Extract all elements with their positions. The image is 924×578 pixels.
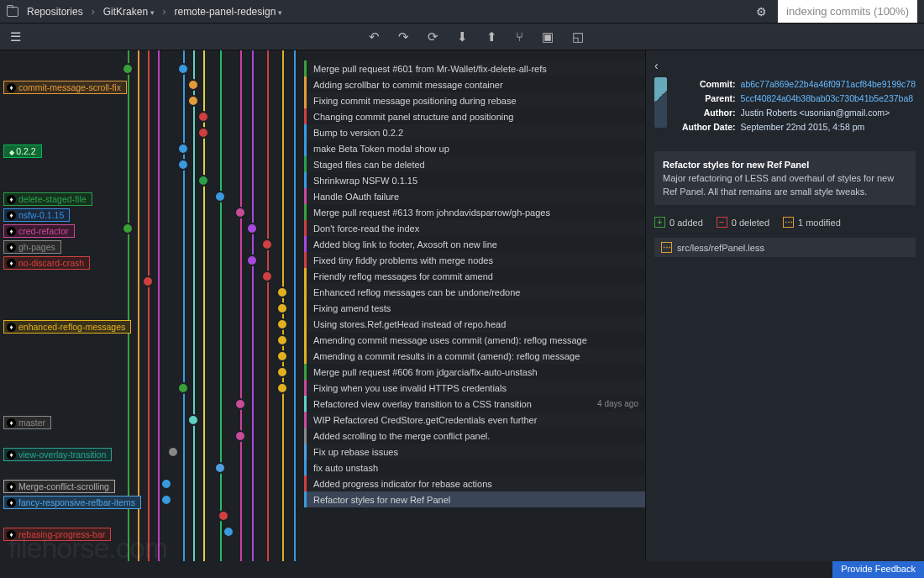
feedback-button[interactable]: Provide Feedback bbox=[832, 561, 924, 578]
undo-icon[interactable]: ↶ bbox=[369, 29, 380, 45]
commit-summary: Enhanced reflog messages can be undone/r… bbox=[313, 287, 520, 297]
commit-row[interactable]: Merge pull request #601 from Mr-Wallet/f… bbox=[304, 60, 645, 76]
lane bbox=[252, 50, 254, 561]
commit-node[interactable] bbox=[177, 63, 189, 75]
commit-node[interactable] bbox=[261, 239, 273, 250]
commit-node[interactable] bbox=[197, 127, 209, 139]
commit-node[interactable] bbox=[261, 271, 273, 282]
breadcrumb-product[interactable]: GitKraken bbox=[100, 4, 158, 19]
commit-node[interactable] bbox=[177, 159, 189, 171]
commit-node[interactable] bbox=[234, 430, 246, 442]
commit-row[interactable]: Shrinkwrap NSFW 0.1.15 bbox=[304, 172, 645, 188]
branch-label[interactable]: ♦no-discard-crash bbox=[3, 256, 90, 270]
commit-node[interactable] bbox=[276, 382, 288, 394]
commit-row[interactable]: Fixed tiny fiddly problems with merge no… bbox=[304, 252, 645, 268]
branch-label[interactable]: ♦master bbox=[3, 416, 51, 429]
branch-label[interactable]: ♦gh-pages bbox=[3, 240, 61, 254]
branch-icon[interactable]: ⑂ bbox=[516, 29, 523, 45]
commit-row[interactable]: Amending commit message uses commit (ame… bbox=[304, 332, 645, 348]
commit-node[interactable] bbox=[197, 175, 209, 187]
commit-row[interactable]: fix auto unstash bbox=[304, 460, 645, 476]
commit-row[interactable]: Friendly reflog messages for commit amen… bbox=[304, 268, 645, 284]
commit-row[interactable]: Don't force-read the index bbox=[304, 220, 645, 236]
commit-row[interactable]: Added progress indicator for rebase acti… bbox=[304, 476, 645, 491]
breadcrumb-branch[interactable]: remote-panel-redesign bbox=[171, 4, 286, 19]
commit-row[interactable]: Fixing when you use invalid HTTPS creden… bbox=[304, 380, 645, 396]
commit-node[interactable] bbox=[276, 334, 288, 346]
redo-icon[interactable]: ↷ bbox=[398, 29, 409, 45]
commit-node[interactable] bbox=[234, 207, 246, 218]
commit-node[interactable] bbox=[276, 350, 288, 362]
meta-label: Parent: bbox=[675, 92, 741, 106]
commit-node[interactable] bbox=[214, 462, 226, 474]
commit-node[interactable] bbox=[234, 398, 246, 410]
commit-row[interactable]: Staged files can be deleted bbox=[304, 156, 645, 172]
settings-icon[interactable]: ⚙ bbox=[756, 5, 769, 18]
commit-node[interactable] bbox=[276, 366, 288, 378]
commit-row[interactable]: Using stores.Ref.getHead instead of repo… bbox=[304, 316, 645, 332]
commit-row[interactable]: Bump to version 0.2.2 bbox=[304, 124, 645, 140]
commit-node[interactable] bbox=[142, 276, 154, 287]
commit-node[interactable] bbox=[218, 510, 229, 522]
commit-row[interactable]: Enhanced reflog messages can be undone/r… bbox=[304, 284, 645, 300]
branch-label[interactable]: ♦view-overlay-transition bbox=[3, 448, 112, 461]
commit-node[interactable] bbox=[214, 191, 226, 202]
commit-node[interactable] bbox=[167, 446, 179, 458]
commit-row[interactable]: Refactor styles for new Ref Panel bbox=[304, 491, 645, 507]
commit-node[interactable] bbox=[246, 255, 258, 266]
pull-icon[interactable]: ⬇︎ bbox=[457, 29, 468, 45]
branch-label[interactable]: ♦enhanced-reflog-messages bbox=[3, 320, 131, 334]
commit-summary: Fixing amend tests bbox=[313, 303, 391, 313]
changed-file[interactable]: ⋯ src/less/refPanel.less bbox=[654, 238, 916, 257]
commit-row[interactable]: Amending a commit results in a commit (a… bbox=[304, 348, 645, 364]
commit-node[interactable] bbox=[177, 382, 189, 394]
commit-node[interactable] bbox=[276, 318, 288, 330]
commit-node[interactable] bbox=[197, 111, 209, 123]
commit-row[interactable]: make Beta Token modal show up bbox=[304, 140, 645, 156]
commit-node[interactable] bbox=[246, 223, 258, 234]
commit-row[interactable]: Merge pull request #613 from johndavidsp… bbox=[304, 204, 645, 220]
commit-row[interactable]: Adding scrollbar to commit message conta… bbox=[304, 76, 645, 92]
tag-label[interactable]: 0.2.2 bbox=[3, 144, 42, 158]
push-icon[interactable]: ⬆︎ bbox=[486, 29, 497, 45]
commit-row[interactable]: WIP Refactored CredStore.getCredentials … bbox=[304, 412, 645, 428]
pop-stash-icon[interactable]: ◱ bbox=[572, 29, 584, 45]
commit-node[interactable] bbox=[187, 95, 199, 107]
back-icon[interactable]: ‹ bbox=[654, 59, 916, 72]
parent-hash[interactable]: 5ccf40824a04b38bab03c730b41b5e237ba8 bbox=[741, 92, 916, 106]
commit-summary: Added progress indicator for rebase acti… bbox=[313, 479, 492, 489]
commit-row[interactable]: Handle OAuth failure bbox=[304, 188, 645, 204]
branch-label[interactable]: ♦fancy-responsive-refbar-items bbox=[3, 496, 141, 509]
branch-label[interactable]: ♦delete-staged-file bbox=[3, 192, 92, 206]
commit-row[interactable]: Fixing amend tests bbox=[304, 300, 645, 316]
commit-row[interactable]: Fix up rebase issues bbox=[304, 444, 645, 460]
breadcrumb-repos[interactable]: Repositories bbox=[24, 4, 87, 19]
commit-hash[interactable]: ab6c77a869e22b4a46f0971acf84be9199c78 bbox=[741, 77, 916, 92]
branch-label[interactable]: ♦nsfw-0.1.15 bbox=[3, 208, 70, 222]
commit-node[interactable] bbox=[187, 79, 199, 91]
commit-row[interactable]: Added scrolling to the merge conflict pa… bbox=[304, 428, 645, 444]
commit-node[interactable] bbox=[122, 223, 134, 234]
branch-label[interactable]: ♦cred-refactor bbox=[3, 224, 75, 238]
commit-row[interactable]: Merge pull request #606 from jdgarcia/fi… bbox=[304, 364, 645, 380]
refresh-icon[interactable]: ⟳ bbox=[428, 29, 438, 45]
commit-summary: Merge pull request #606 from jdgarcia/fi… bbox=[313, 367, 538, 377]
branch-label[interactable]: ♦commit-message-scroll-fix bbox=[3, 81, 127, 94]
commit-row[interactable]: Changing commit panel structure and posi… bbox=[304, 108, 645, 124]
stash-icon[interactable]: ▣ bbox=[542, 29, 554, 45]
commit-node[interactable] bbox=[276, 302, 288, 314]
commit-node[interactable] bbox=[276, 286, 288, 298]
commit-node[interactable] bbox=[177, 143, 189, 155]
commit-node[interactable] bbox=[223, 526, 234, 538]
commit-row[interactable]: Refactored view overlay transition to a … bbox=[304, 396, 645, 412]
github-icon: ♦ bbox=[7, 498, 16, 507]
commit-node[interactable] bbox=[122, 63, 134, 75]
commit-row[interactable]: Fixing commit message positioning during… bbox=[304, 92, 645, 108]
commit-node[interactable] bbox=[187, 414, 199, 426]
commit-node[interactable] bbox=[160, 494, 172, 506]
branch-label[interactable]: ♦Merge-conflict-scrolling bbox=[3, 480, 115, 493]
list-view-icon[interactable]: ☰ bbox=[10, 29, 29, 45]
branch-label[interactable]: ♦rebasing-progress-bar bbox=[3, 528, 111, 541]
commit-row[interactable]: Added blog link to footer, Axosoft on ne… bbox=[304, 236, 645, 252]
commit-node[interactable] bbox=[160, 478, 172, 490]
